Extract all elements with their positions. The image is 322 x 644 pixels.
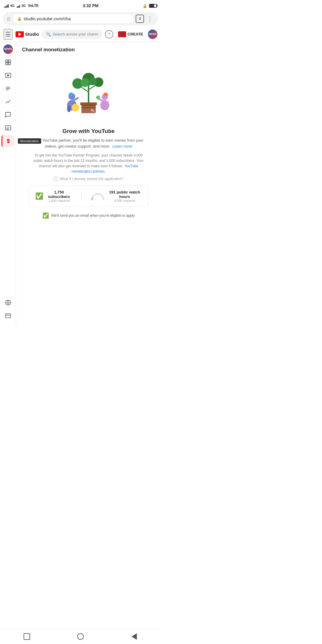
sidebar-item-feedback[interactable] [1,310,15,322]
browser-bar: ⌂ 🔒 studio.youtube.com/cha 3 ⋮ [3,12,158,25]
status-time: 3:32 PM [83,3,98,8]
sidebar-item-channel[interactable]: NEWS [3,44,13,54]
sidebar-item-playlists[interactable] [1,83,15,95]
question-circle-icon: ? [53,177,58,181]
browser-tabs-button[interactable]: 3 [136,15,144,23]
browser-more-button[interactable]: ⋮ [146,15,154,22]
svg-point-38 [72,104,79,112]
yt-studio-logo[interactable]: Studio [16,31,39,37]
page-title: Channel monetization [16,42,161,56]
watch-hours-stat: 191 public watch hours 4,000 required [91,190,142,202]
battery-icon [149,4,157,8]
svg-rect-13 [5,314,10,318]
email-notice-text: We'll send you an email when you're elig… [51,213,135,218]
screen-lock-icon: 🔒 [143,4,147,8]
svg-rect-3 [8,63,10,65]
monetization-section: Grow with YouTube As a YouTube partner, … [16,56,161,231]
sidebar-avatar-text: NEWS [4,48,12,51]
stats-box: ✅ 1,750 subscribers 1,000 required [29,185,148,207]
already-applied-question[interactable]: ? What if I already started the applicat… [53,177,123,181]
email-notice: ✅ We'll send you an email when you're el… [42,212,135,219]
grow-description: As a YouTube partner, you'll be eligible… [32,137,145,149]
svg-point-27 [89,78,97,85]
subscribers-required: 1,000 required [46,199,72,202]
browser-lock-icon: 🔒 [17,16,22,21]
email-check-icon: ✅ [42,212,49,219]
avatar-text: NEWS [149,33,157,36]
svg-rect-2 [5,63,7,65]
battery-fill [150,4,154,7]
subscribers-check-icon: ✅ [35,192,43,200]
sidebar-item-settings[interactable] [1,297,15,309]
volte-label: VoLTE [28,4,38,8]
search-input[interactable] [53,32,98,36]
main-content: Channel monetization [16,42,161,325]
studio-text: Studio [25,32,39,37]
status-bar: 4G 3G VoLTE 3:32 PM 🔒 [0,0,161,11]
browser-url-area[interactable]: 🔒 studio.youtube.com/cha [13,14,133,23]
network-4g-label: 4G [10,4,15,7]
network-3g-label: 3G [21,4,26,7]
learn-more-link[interactable]: Learn more [112,144,132,148]
svg-rect-0 [5,60,7,62]
create-label: CREATE [128,32,143,36]
sidebar-item-content[interactable] [1,69,15,81]
browser-home-button[interactable]: ⌂ [7,16,10,22]
subscribers-count: 1,750 subscribers [46,190,72,199]
partner-description: To get into the YouTube Partner Program,… [32,153,145,174]
youtube-logo-icon [16,31,24,37]
sidebar: NEWS $ Monetization [0,42,16,325]
hamburger-menu-button[interactable]: ☰ [4,29,13,40]
svg-marker-5 [7,75,9,76]
svg-point-12 [7,302,9,304]
svg-rect-17 [81,105,96,106]
signal-bars-4g [4,4,9,8]
sidebar-item-monetization[interactable]: $ Monetization [1,135,15,147]
signal-bars-3g [17,4,20,8]
yt-studio-header: ☰ Studio 🔍 ? 🎥 CREATE NEWS [0,27,161,42]
svg-point-40 [92,110,94,112]
sidebar-item-subtitles[interactable] [1,122,15,134]
sidebar-item-comments[interactable] [1,109,15,121]
svg-point-26 [81,78,89,87]
sidebar-item-analytics[interactable] [1,96,15,108]
sidebar-item-dashboard[interactable] [1,56,15,68]
search-icon: 🔍 [46,32,51,37]
grow-illustration [53,62,124,122]
watch-hours-count: 191 public watch hours [107,190,142,199]
main-layout: NEWS $ Monetization [0,42,161,325]
sidebar-bottom [1,297,15,325]
browser-url-text: studio.youtube.com/cha [24,16,71,21]
svg-rect-18 [81,107,96,108]
watch-hours-required: 4,000 required [107,199,142,202]
help-button[interactable]: ? [105,30,113,38]
header-avatar[interactable]: NEWS [148,30,157,39]
grow-title: Grow with YouTube [62,128,114,134]
svg-rect-1 [8,60,10,62]
svg-point-37 [96,95,100,99]
network-info: 4G 3G VoLTE [4,4,39,8]
status-icons: 🔒 [143,4,157,8]
create-camera-icon: 🎥 [118,31,126,37]
youtube-play-triangle [18,32,21,36]
subscribers-stat: ✅ 1,750 subscribers 1,000 required [35,190,72,202]
stat-divider [81,190,82,202]
create-button[interactable]: 🎥 CREATE [116,30,145,38]
svg-point-30 [67,106,71,112]
search-bar[interactable]: 🔍 [42,30,102,38]
watch-hours-progress-arc [91,192,105,200]
